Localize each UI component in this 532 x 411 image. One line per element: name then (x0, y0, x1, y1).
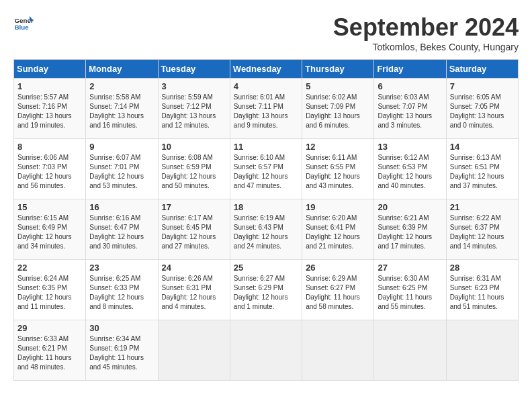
cell-info: Sunrise: 6:30 AMSunset: 6:25 PMDaylight:… (378, 275, 432, 310)
day-number: 17 (162, 202, 226, 212)
calendar-table: Sunday Monday Tuesday Wednesday Thursday… (13, 59, 519, 381)
calendar-cell: 2 Sunrise: 5:58 AMSunset: 7:14 PMDayligh… (86, 79, 158, 139)
day-number: 10 (162, 142, 226, 152)
cell-info: Sunrise: 6:29 AMSunset: 6:27 PMDaylight:… (306, 275, 360, 310)
calendar-cell: 21 Sunrise: 6:22 AMSunset: 6:37 PMDaylig… (446, 199, 518, 260)
col-sunday: Sunday (14, 60, 86, 79)
cell-info: Sunrise: 6:13 AMSunset: 6:51 PMDaylight:… (450, 154, 504, 189)
day-number: 29 (17, 323, 82, 333)
calendar-week-row: 8 Sunrise: 6:06 AMSunset: 7:03 PMDayligh… (14, 139, 519, 199)
cell-info: Sunrise: 6:02 AMSunset: 7:09 PMDaylight:… (306, 93, 360, 129)
calendar-header-row: Sunday Monday Tuesday Wednesday Thursday… (14, 60, 519, 79)
calendar-cell (230, 320, 302, 381)
day-number: 14 (450, 142, 515, 152)
day-number: 26 (306, 263, 370, 273)
col-saturday: Saturday (446, 60, 518, 79)
cell-info: Sunrise: 6:26 AMSunset: 6:31 PMDaylight:… (162, 275, 216, 310)
cell-info: Sunrise: 6:19 AMSunset: 6:43 PMDaylight:… (234, 214, 288, 250)
cell-info: Sunrise: 6:31 AMSunset: 6:23 PMDaylight:… (450, 275, 504, 310)
location-subtitle: Totkomlos, Bekes County, Hungary (333, 42, 519, 52)
cell-info: Sunrise: 6:27 AMSunset: 6:29 PMDaylight:… (234, 275, 288, 310)
col-wednesday: Wednesday (230, 60, 302, 79)
calendar-cell: 13 Sunrise: 6:12 AMSunset: 6:53 PMDaylig… (374, 139, 446, 199)
cell-info: Sunrise: 6:16 AMSunset: 6:47 PMDaylight:… (89, 214, 144, 250)
day-number: 27 (378, 263, 442, 273)
cell-info: Sunrise: 6:12 AMSunset: 6:53 PMDaylight:… (378, 154, 432, 189)
day-number: 19 (306, 202, 370, 212)
calendar-cell: 6 Sunrise: 6:03 AMSunset: 7:07 PMDayligh… (374, 79, 446, 139)
col-thursday: Thursday (302, 60, 374, 79)
calendar-week-row: 22 Sunrise: 6:24 AMSunset: 6:35 PMDaylig… (14, 260, 519, 320)
day-number: 3 (162, 81, 226, 91)
calendar-cell (374, 320, 446, 381)
cell-info: Sunrise: 6:20 AMSunset: 6:41 PMDaylight:… (306, 214, 360, 250)
day-number: 9 (89, 142, 154, 152)
cell-info: Sunrise: 6:07 AMSunset: 7:01 PMDaylight:… (89, 154, 144, 189)
day-number: 7 (450, 81, 515, 91)
cell-info: Sunrise: 6:10 AMSunset: 6:57 PMDaylight:… (234, 154, 288, 189)
calendar-cell: 29 Sunrise: 6:33 AMSunset: 6:21 PMDaylig… (14, 320, 86, 381)
calendar-cell (446, 320, 518, 381)
cell-info: Sunrise: 6:11 AMSunset: 6:55 PMDaylight:… (306, 154, 360, 189)
calendar-cell: 3 Sunrise: 5:59 AMSunset: 7:12 PMDayligh… (158, 79, 230, 139)
day-number: 28 (450, 263, 515, 273)
day-number: 20 (378, 202, 442, 212)
day-number: 22 (17, 263, 82, 273)
calendar-cell: 1 Sunrise: 5:57 AMSunset: 7:16 PMDayligh… (14, 79, 86, 139)
calendar-cell: 24 Sunrise: 6:26 AMSunset: 6:31 PMDaylig… (158, 260, 230, 320)
day-number: 23 (89, 263, 154, 273)
day-number: 30 (89, 323, 154, 333)
cell-info: Sunrise: 5:57 AMSunset: 7:16 PMDaylight:… (17, 93, 72, 129)
cell-info: Sunrise: 6:34 AMSunset: 6:19 PMDaylight:… (89, 335, 144, 371)
calendar-cell: 12 Sunrise: 6:11 AMSunset: 6:55 PMDaylig… (302, 139, 374, 199)
calendar-cell: 10 Sunrise: 6:08 AMSunset: 6:59 PMDaylig… (158, 139, 230, 199)
day-number: 11 (234, 142, 298, 152)
cell-info: Sunrise: 6:06 AMSunset: 7:03 PMDaylight:… (17, 154, 72, 189)
cell-info: Sunrise: 6:15 AMSunset: 6:49 PMDaylight:… (17, 214, 72, 250)
month-title: September 2024 (333, 13, 519, 42)
calendar-cell: 11 Sunrise: 6:10 AMSunset: 6:57 PMDaylig… (230, 139, 302, 199)
calendar-week-row: 15 Sunrise: 6:15 AMSunset: 6:49 PMDaylig… (14, 199, 519, 260)
day-number: 4 (234, 81, 298, 91)
cell-info: Sunrise: 6:21 AMSunset: 6:39 PMDaylight:… (378, 214, 432, 250)
calendar-week-row: 29 Sunrise: 6:33 AMSunset: 6:21 PMDaylig… (14, 320, 519, 381)
title-block: September 2024 Totkomlos, Bekes County, … (333, 13, 519, 52)
calendar-cell: 25 Sunrise: 6:27 AMSunset: 6:29 PMDaylig… (230, 260, 302, 320)
calendar-cell: 17 Sunrise: 6:17 AMSunset: 6:45 PMDaylig… (158, 199, 230, 260)
day-number: 1 (17, 81, 82, 91)
cell-info: Sunrise: 6:22 AMSunset: 6:37 PMDaylight:… (450, 214, 504, 250)
cell-info: Sunrise: 6:03 AMSunset: 7:07 PMDaylight:… (378, 93, 432, 129)
calendar-cell: 22 Sunrise: 6:24 AMSunset: 6:35 PMDaylig… (14, 260, 86, 320)
day-number: 8 (17, 142, 82, 152)
calendar-cell: 23 Sunrise: 6:25 AMSunset: 6:33 PMDaylig… (86, 260, 158, 320)
page-header: General Blue September 2024 Totkomlos, B… (13, 13, 519, 52)
logo-icon: General Blue (13, 13, 34, 34)
calendar-cell: 9 Sunrise: 6:07 AMSunset: 7:01 PMDayligh… (86, 139, 158, 199)
calendar-cell: 20 Sunrise: 6:21 AMSunset: 6:39 PMDaylig… (374, 199, 446, 260)
col-friday: Friday (374, 60, 446, 79)
day-number: 18 (234, 202, 298, 212)
calendar-week-row: 1 Sunrise: 5:57 AMSunset: 7:16 PMDayligh… (14, 79, 519, 139)
cell-info: Sunrise: 6:01 AMSunset: 7:11 PMDaylight:… (234, 93, 288, 129)
day-number: 16 (89, 202, 154, 212)
calendar-cell (302, 320, 374, 381)
calendar-cell: 19 Sunrise: 6:20 AMSunset: 6:41 PMDaylig… (302, 199, 374, 260)
cell-info: Sunrise: 6:05 AMSunset: 7:05 PMDaylight:… (450, 93, 504, 129)
day-number: 15 (17, 202, 82, 212)
calendar-cell: 28 Sunrise: 6:31 AMSunset: 6:23 PMDaylig… (446, 260, 518, 320)
cell-info: Sunrise: 5:59 AMSunset: 7:12 PMDaylight:… (162, 93, 216, 129)
col-monday: Monday (86, 60, 158, 79)
day-number: 24 (162, 263, 226, 273)
day-number: 5 (306, 81, 370, 91)
day-number: 13 (378, 142, 442, 152)
calendar-cell: 5 Sunrise: 6:02 AMSunset: 7:09 PMDayligh… (302, 79, 374, 139)
cell-info: Sunrise: 5:58 AMSunset: 7:14 PMDaylight:… (89, 93, 144, 129)
calendar-cell: 15 Sunrise: 6:15 AMSunset: 6:49 PMDaylig… (14, 199, 86, 260)
day-number: 25 (234, 263, 298, 273)
calendar-cell: 30 Sunrise: 6:34 AMSunset: 6:19 PMDaylig… (86, 320, 158, 381)
day-number: 12 (306, 142, 370, 152)
cell-info: Sunrise: 6:17 AMSunset: 6:45 PMDaylight:… (162, 214, 216, 250)
cell-info: Sunrise: 6:08 AMSunset: 6:59 PMDaylight:… (162, 154, 216, 189)
calendar-cell: 7 Sunrise: 6:05 AMSunset: 7:05 PMDayligh… (446, 79, 518, 139)
calendar-cell: 26 Sunrise: 6:29 AMSunset: 6:27 PMDaylig… (302, 260, 374, 320)
